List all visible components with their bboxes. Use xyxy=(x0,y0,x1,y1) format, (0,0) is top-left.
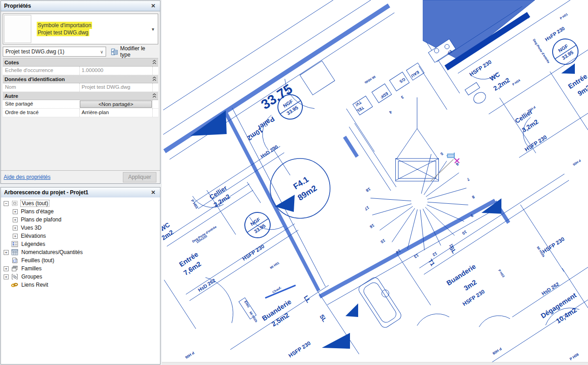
tree-item-label[interactable]: Groupes xyxy=(20,274,43,280)
expand-icon[interactable]: + xyxy=(4,250,9,255)
properties-titlebar[interactable]: Propriétés ✕ xyxy=(1,1,160,11)
wall-band xyxy=(345,137,357,157)
solid-triangle-marker xyxy=(190,110,227,136)
cad-line xyxy=(167,190,253,246)
shared-site-button[interactable]: <Non partagé> xyxy=(80,101,152,108)
cad-line xyxy=(396,253,431,305)
collapse-chevron-icon[interactable] xyxy=(152,77,156,82)
type-properties-icon xyxy=(111,48,118,55)
stair-tread-line xyxy=(420,210,424,250)
stair-step-number: 15 xyxy=(380,238,386,244)
tree-item-familles[interactable]: +Familles xyxy=(1,264,160,273)
expand-icon[interactable]: + xyxy=(4,274,9,279)
tree-item-label[interactable]: Liens Revit xyxy=(20,282,49,288)
property-row: Site partagé<Non partagé> xyxy=(3,100,158,109)
instance-selector-dropdown[interactable]: Projet test DWG.dwg (1) ∨ xyxy=(3,47,106,57)
view-bottom-edge xyxy=(162,362,588,365)
plan-label: HSFP 230 xyxy=(541,236,566,255)
tree-item-vues-tout-[interactable]: −Vues (tout) xyxy=(1,199,160,207)
tree-item-feuilles-tout-[interactable]: Feuilles (tout) xyxy=(1,256,160,264)
tree-item-l-gendes[interactable]: Légendes xyxy=(1,240,160,248)
project-browser-tree: −Vues (tout)+Plans d'étage+Plans de plaf… xyxy=(1,197,160,364)
plan-label: P H08 xyxy=(569,352,580,361)
plan-label: P H06 xyxy=(184,351,195,360)
type-selector-line2: Projet test DWG.dwg xyxy=(37,29,89,36)
type-preview-thumbnail xyxy=(4,15,31,43)
plan-label: HSFP 230 xyxy=(462,288,486,307)
plan-label: P H01 xyxy=(559,13,569,20)
plan-label: 3 xyxy=(400,95,405,100)
property-value-field[interactable]: Projet test DWG.dwg xyxy=(79,83,152,91)
stair-tread-line xyxy=(427,205,464,221)
legends-icon xyxy=(11,241,18,247)
tree-item-label[interactable]: Légendes xyxy=(20,241,46,247)
cad-line xyxy=(327,208,497,305)
tree-item-liens-revit[interactable]: Liens Revit xyxy=(1,281,160,289)
expand-icon[interactable]: + xyxy=(13,234,18,239)
wall-band xyxy=(165,5,389,151)
plan-label: EAU xyxy=(410,70,420,78)
tree-item-label[interactable]: Vues (tout) xyxy=(20,200,49,207)
modify-type-label: Modifier le type xyxy=(120,45,157,58)
properties-help-link[interactable]: Aide des propriétés xyxy=(4,174,50,180)
cad-line xyxy=(520,205,564,272)
tree-item-groupes[interactable]: +Groupes xyxy=(1,273,160,281)
chevron-down-icon[interactable]: ▼ xyxy=(151,27,155,32)
plan-label: HSFP 230 xyxy=(287,340,312,359)
collapse-chevron-icon[interactable] xyxy=(152,93,156,99)
plan-label: P H03 xyxy=(190,199,199,210)
tree-item-label[interactable]: Plans de plafond xyxy=(20,216,62,223)
tree-item-vues-3d[interactable]: +Vues 3D xyxy=(1,224,160,232)
plan-label: HsD 230 xyxy=(259,144,279,159)
tree-item-label[interactable]: Vues 3D xyxy=(20,225,43,231)
expand-icon[interactable]: + xyxy=(13,226,18,231)
equalize-cell xyxy=(152,100,158,108)
section-header-label: Autre xyxy=(5,93,18,99)
plan-label: MI H04b xyxy=(364,75,376,84)
tree-item-label[interactable]: Familles xyxy=(20,265,43,272)
stair-tread-line xyxy=(427,188,467,199)
property-value-field[interactable]: 1.000000 xyxy=(79,67,152,75)
tree-item-label[interactable]: Elévations xyxy=(20,233,47,239)
plan-label: P H09 xyxy=(491,346,502,355)
pin-icon[interactable] xyxy=(447,153,454,159)
solid-triangle-marker xyxy=(561,63,575,74)
tree-item-label[interactable]: Feuilles (tout) xyxy=(20,257,55,264)
stair-step-number: 8 xyxy=(471,195,476,200)
collapse-chevron-icon[interactable] xyxy=(152,60,156,65)
tree-item-nomenclatures-quantit-s[interactable]: +Nomenclatures/Quantités xyxy=(1,248,160,256)
tree-item-label[interactable]: Nomenclatures/Quantités xyxy=(20,249,83,255)
project-browser-titlebar[interactable]: Arborescence du projet - Projet1 ✕ xyxy=(1,187,160,198)
section-header[interactable]: Autre xyxy=(3,92,158,100)
door-swing-arc xyxy=(417,314,449,326)
expand-icon[interactable]: + xyxy=(13,217,18,222)
property-value-field[interactable]: Arrière-plan xyxy=(79,109,152,117)
stair-step-number: 17 xyxy=(364,205,370,211)
expand-icon[interactable]: + xyxy=(13,209,18,214)
modify-type-button[interactable]: Modifier le type xyxy=(110,44,158,59)
cad-fixture-rect xyxy=(357,276,403,329)
stair-step-number: 12 xyxy=(432,251,438,257)
tree-item-el-vations[interactable]: +Elévations xyxy=(1,232,160,240)
section-header[interactable]: Données d'identification xyxy=(3,75,158,83)
tree-item-plans-de-plafond[interactable]: +Plans de plafond xyxy=(1,216,160,224)
plan-label: HSFP 230 xyxy=(468,59,493,78)
cad-line xyxy=(396,129,417,159)
property-row: Ordre de tracéArrière-plan xyxy=(3,109,158,117)
stair-step-number: 18 xyxy=(365,187,371,193)
section-header[interactable]: Cotes xyxy=(3,58,158,67)
property-label: Echelle d'occurrence xyxy=(3,67,79,75)
collapse-icon[interactable]: − xyxy=(4,201,9,206)
door-swing-arc xyxy=(479,316,510,327)
tree-item-plans-d-tage[interactable]: +Plans d'étage xyxy=(1,207,160,216)
close-icon[interactable]: ✕ xyxy=(150,3,157,9)
expand-icon[interactable]: + xyxy=(4,266,9,271)
close-icon[interactable]: ✕ xyxy=(150,189,157,196)
type-selector[interactable]: Symbole d'importation Projet test DWG.dw… xyxy=(3,14,158,44)
instance-selector-value: Projet test DWG.dwg (1) xyxy=(5,48,64,55)
plan-label: P H03 xyxy=(498,269,505,278)
wall-band xyxy=(225,112,319,291)
drawing-canvas[interactable]: 56789101112131415161718NGF33.95NGF33.95N… xyxy=(162,0,588,365)
apply-button[interactable]: Appliquer xyxy=(123,172,156,182)
tree-item-label[interactable]: Plans d'étage xyxy=(20,208,54,215)
